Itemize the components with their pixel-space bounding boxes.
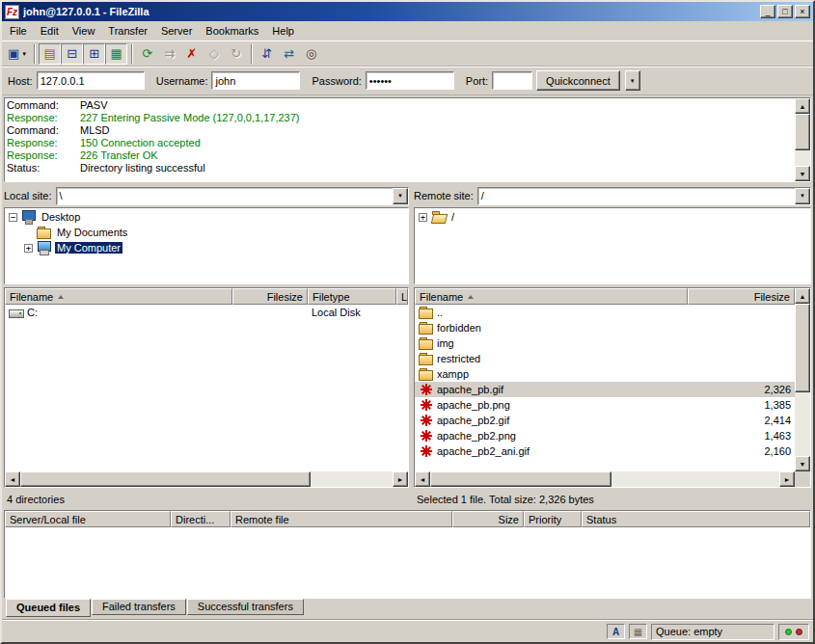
tree-item-my-computer[interactable]: +My Computer xyxy=(6,240,407,255)
expand-icon[interactable]: + xyxy=(24,244,33,253)
username-input[interactable] xyxy=(211,71,300,90)
log-scrollbar[interactable]: ▲ ▼ xyxy=(795,98,810,181)
menu-item-server[interactable]: Server xyxy=(154,23,199,40)
column-header-filetype[interactable]: Filetype xyxy=(308,288,396,305)
computer-icon xyxy=(37,241,52,255)
site-manager-button[interactable]: ▣▼ xyxy=(5,43,30,65)
tree-item-desktop[interactable]: −Desktop xyxy=(6,209,407,225)
file-row-xampp[interactable]: xampp xyxy=(415,366,795,382)
find-files-button[interactable]: ◎ xyxy=(300,43,322,65)
local-site-combo[interactable]: \ ▼ xyxy=(56,187,409,205)
toolbar-separator xyxy=(131,44,132,64)
host-input[interactable] xyxy=(37,71,145,90)
scroll-down-button[interactable]: ▼ xyxy=(795,456,810,471)
remote-tree-toggle-button[interactable]: ⊞ xyxy=(83,43,105,65)
menu-item-view[interactable]: View xyxy=(66,23,102,40)
column-header-filename[interactable]: Filename xyxy=(5,288,232,305)
local-tree-toggle-button[interactable]: ⊟ xyxy=(61,43,83,65)
expand-icon[interactable]: + xyxy=(419,213,427,222)
file-row-apache-pb2-gif[interactable]: apache_pb2.gif2,414 xyxy=(415,413,795,428)
column-header-size[interactable]: Size xyxy=(452,511,524,527)
directory-compare-button[interactable]: ⇵ xyxy=(256,43,278,65)
queue-status-panel: Queue: empty xyxy=(651,624,774,640)
log-scrollbar-track[interactable] xyxy=(795,114,810,166)
process-queue-button[interactable]: ⇉ xyxy=(158,43,180,65)
tab-successful-transfers[interactable]: Successful transfers xyxy=(187,599,304,615)
cancel-button[interactable]: ✗ xyxy=(180,43,203,65)
file-cell: Local Disk xyxy=(308,305,396,320)
tree-item-my-documents[interactable]: My Documents xyxy=(6,225,407,240)
local-file-list: FilenameFilesizeFiletypeL C:Local Disk ◄… xyxy=(4,287,409,488)
scroll-down-button[interactable]: ▼ xyxy=(795,166,810,181)
file-row-forbidden[interactable]: forbidden xyxy=(415,320,795,335)
minimize-button[interactable]: _ xyxy=(760,5,775,18)
file-row-apache-pb-png[interactable]: apache_pb.png1,385 xyxy=(415,397,795,413)
column-header-filesize[interactable]: Filesize xyxy=(232,288,308,305)
find-files-icon: ◎ xyxy=(306,47,316,60)
file-row-apache-pb-gif[interactable]: apache_pb.gif2,326 xyxy=(415,382,795,397)
log-scrollbar-thumb[interactable] xyxy=(795,114,810,150)
remote-vscrollbar-thumb[interactable] xyxy=(795,304,810,392)
close-button[interactable]: × xyxy=(795,5,810,18)
remote-hscrollbar-track[interactable] xyxy=(430,471,779,487)
file-row-apache-pb2-png[interactable]: apache_pb2.png1,463 xyxy=(415,428,795,443)
collapse-icon[interactable]: − xyxy=(9,213,17,222)
file-row-item[interactable]: .. xyxy=(415,305,795,320)
local-hscrollbar-track[interactable] xyxy=(20,471,393,487)
tree-item-item[interactable]: +/ xyxy=(416,209,809,225)
broken-image-icon xyxy=(419,414,434,427)
file-row-c[interactable]: C:Local Disk xyxy=(5,305,408,320)
refresh-button[interactable]: ⟳ xyxy=(136,43,158,65)
scroll-right-button[interactable]: ► xyxy=(779,471,795,487)
column-header-server-local-file[interactable]: Server/Local file xyxy=(5,511,171,527)
remote-hscrollbar-thumb[interactable] xyxy=(430,471,611,487)
file-row-img[interactable]: img xyxy=(415,335,795,351)
scroll-left-button[interactable]: ◄ xyxy=(5,471,20,487)
titlebar[interactable]: Fz john@127.0.0.1 - FileZilla _ □ × xyxy=(2,2,813,21)
scroll-up-button[interactable]: ▲ xyxy=(795,288,810,304)
port-input[interactable] xyxy=(492,71,532,90)
menu-item-file[interactable]: File xyxy=(3,23,34,40)
remote-site-combo[interactable]: / ▼ xyxy=(477,187,811,205)
broken-image-icon xyxy=(419,429,434,443)
disconnect-button[interactable]: ◇ xyxy=(203,43,225,65)
scroll-right-button[interactable]: ► xyxy=(393,471,408,487)
tab-failed-transfers[interactable]: Failed transfers xyxy=(92,599,186,615)
remote-site-dropdown-button[interactable]: ▼ xyxy=(795,188,810,204)
quickconnect-dropdown-button[interactable]: ▼ xyxy=(625,70,640,91)
column-header-l[interactable]: L xyxy=(396,288,408,305)
column-header-remote-file[interactable]: Remote file xyxy=(231,511,452,527)
local-hscrollbar[interactable]: ◄ ► xyxy=(5,471,408,487)
column-header-priority[interactable]: Priority xyxy=(524,511,582,527)
host-label: Host: xyxy=(8,75,33,87)
reconnect-button[interactable]: ↻ xyxy=(225,43,247,65)
transfer-queue-toggle-button[interactable]: ▦ xyxy=(105,43,127,65)
menu-item-bookmarks[interactable]: Bookmarks xyxy=(199,23,265,40)
file-cell: 1,463 xyxy=(688,428,795,443)
synchronized-browsing-button[interactable]: ⇄ xyxy=(278,43,300,65)
menu-item-transfer[interactable]: Transfer xyxy=(101,23,154,40)
maximize-button[interactable]: □ xyxy=(777,5,793,18)
file-row-apache-pb2-ani-gif[interactable]: apache_pb2_ani.gif2,160 xyxy=(415,443,795,459)
column-header-status[interactable]: Status xyxy=(582,511,810,527)
column-header-filesize[interactable]: Filesize xyxy=(688,288,795,305)
menu-item-help[interactable]: Help xyxy=(265,23,301,40)
local-hscrollbar-thumb[interactable] xyxy=(20,471,311,487)
file-row-restricted[interactable]: restricted xyxy=(415,351,795,366)
remote-hscrollbar[interactable]: ◄ ► xyxy=(415,471,795,487)
remote-vscrollbar[interactable]: ▲ ▼ xyxy=(795,288,810,471)
local-site-row: Local site: \ ▼ xyxy=(4,185,409,206)
local-site-dropdown-button[interactable]: ▼ xyxy=(393,188,408,204)
scroll-up-button[interactable]: ▲ xyxy=(795,98,810,114)
column-header-directi[interactable]: Directi... xyxy=(171,511,231,527)
message-log-toggle-button[interactable]: ▤ xyxy=(39,43,61,65)
quickconnect-button[interactable]: Quickconnect xyxy=(536,70,620,91)
column-header-filename[interactable]: Filename xyxy=(415,288,688,305)
password-label: Password: xyxy=(312,75,361,87)
password-input[interactable] xyxy=(366,71,454,90)
remote-vscrollbar-track[interactable] xyxy=(795,304,810,456)
ascii-indicator-icon: A xyxy=(607,624,625,639)
tab-queued-files[interactable]: Queued files xyxy=(6,599,91,617)
menu-item-edit[interactable]: Edit xyxy=(34,23,66,40)
scroll-left-button[interactable]: ◄ xyxy=(415,471,430,487)
